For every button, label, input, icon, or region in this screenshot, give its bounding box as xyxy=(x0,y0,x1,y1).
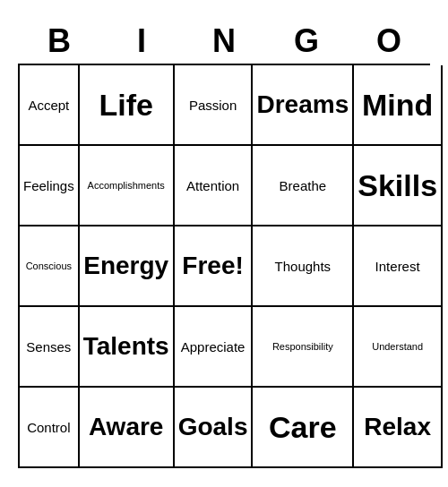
cell-r0-c4: Mind xyxy=(354,65,443,146)
cell-r4-c1: Aware xyxy=(80,388,175,468)
cell-r3-c2: Appreciate xyxy=(175,307,254,388)
cell-r4-c2: Goals xyxy=(175,388,254,468)
bingo-card: BINGO AcceptLifePassionDreamsMindFeeling… xyxy=(18,19,430,468)
cell-r0-c0: Accept xyxy=(20,65,80,146)
cell-r4-c4: Relax xyxy=(354,388,443,468)
cell-r1-c1: Accomplishments xyxy=(80,146,175,226)
cell-r1-c0: Feelings xyxy=(20,146,80,226)
cell-r0-c2: Passion xyxy=(175,65,254,146)
cell-r1-c4: Skills xyxy=(354,146,443,226)
header-letter: N xyxy=(183,19,265,64)
cell-r3-c4: Understand xyxy=(354,307,443,388)
cell-r0-c3: Dreams xyxy=(253,65,354,146)
header-letter: O xyxy=(348,19,430,64)
cell-r3-c3: Responsibility xyxy=(253,307,354,388)
cell-r4-c3: Care xyxy=(253,388,354,468)
cell-r2-c1: Energy xyxy=(80,226,175,307)
cell-r2-c3: Thoughts xyxy=(253,226,354,307)
header-letter: B xyxy=(18,19,100,64)
cell-r3-c1: Talents xyxy=(80,307,175,388)
cell-r4-c0: Control xyxy=(20,388,80,468)
cell-r2-c0: Conscious xyxy=(20,226,80,307)
bingo-header: BINGO xyxy=(18,19,430,64)
cell-r2-c2: Free! xyxy=(175,226,254,307)
header-letter: I xyxy=(100,19,183,64)
cell-r3-c0: Senses xyxy=(20,307,80,388)
header-letter: G xyxy=(265,19,348,64)
cell-r1-c3: Breathe xyxy=(253,146,354,226)
cell-r0-c1: Life xyxy=(80,65,175,146)
cell-r2-c4: Interest xyxy=(354,226,443,307)
bingo-grid: AcceptLifePassionDreamsMindFeelingsAccom… xyxy=(18,64,430,468)
cell-r1-c2: Attention xyxy=(175,146,254,226)
